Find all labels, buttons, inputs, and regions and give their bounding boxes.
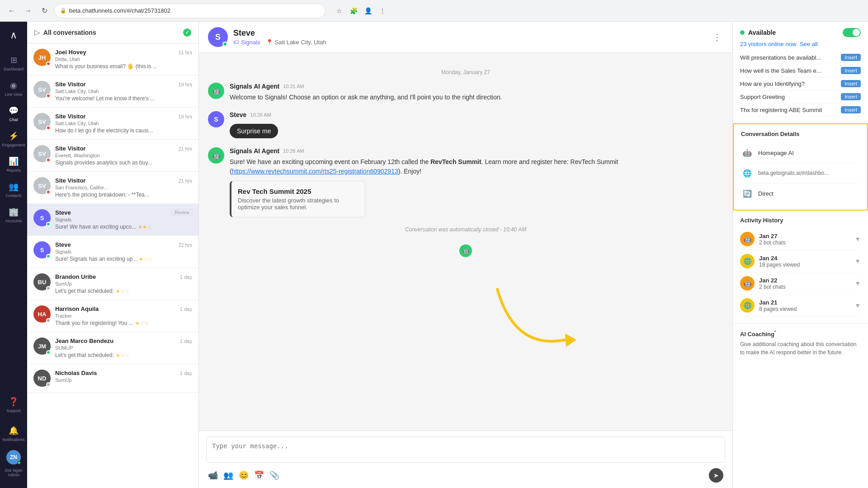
url-text: beta.chatfunnels.com/#/chat/25731802 (69, 7, 170, 14)
activity-info-jan27: Jan 27 2 bot chats (759, 233, 850, 246)
event-card-desc: Discover the latest growth strategies to… (238, 197, 359, 211)
bookmark-button[interactable]: ☆ (333, 5, 345, 17)
conv-top: Nicholas Davis 1 day (55, 370, 192, 376)
more-button[interactable]: ⋮ (376, 5, 389, 17)
conv-stars: ★★☆ (138, 224, 151, 230)
conv-item-jean-marco[interactable]: JM Jean Marco Bendezu 1 day SUMUP Let's … (27, 332, 198, 364)
calendar-button[interactable]: 📅 (254, 470, 264, 480)
chat-menu-button[interactable]: ⋮ (711, 30, 723, 44)
conv-time: 1 day (180, 371, 192, 376)
conv-time: 11 hrs (178, 50, 192, 55)
insert-button-4[interactable]: Insert (841, 93, 861, 100)
url-bar[interactable]: 🔒 beta.chatfunnels.com/#/chat/25731802 (54, 4, 326, 18)
insert-button-3[interactable]: Insert (841, 80, 861, 87)
message-button-2: Surprise me (230, 121, 723, 138)
user-avatar[interactable]: ZN (6, 450, 21, 465)
conv-name: Site Visitor (55, 81, 86, 88)
bot-status-badge: 🤖 (459, 244, 472, 257)
canned-item-5: Thx for registering ABE Summit Insert (740, 103, 861, 117)
message-block-2: S Steve 10:26 AM Surprise me (208, 111, 723, 138)
nav-item-notifications[interactable]: 🔔 Notifications (2, 421, 24, 446)
conv-top: Steve Review (55, 209, 192, 216)
status-dot (46, 350, 51, 355)
attach-button[interactable]: 📎 (269, 470, 279, 480)
app-logo[interactable]: ∧ (5, 27, 22, 43)
activity-icon-jan21: 🌐 (740, 298, 755, 313)
activity-date-jan21: Jan 21 (759, 299, 850, 306)
conv-avatar-nicholas: ND (33, 370, 51, 387)
surprise-button[interactable]: Surprise me (230, 124, 278, 138)
browser-chrome: ← → ↻ 🔒 beta.chatfunnels.com/#/chat/2573… (0, 0, 868, 22)
back-button[interactable]: ← (5, 5, 18, 17)
conv-name: Steve (55, 209, 71, 216)
user-online-indicator (17, 461, 21, 465)
canned-text-4: Support Greeting (740, 94, 837, 100)
video-button[interactable]: 📹 (208, 470, 218, 480)
chat-icon: 💬 (9, 106, 19, 116)
insert-button-1[interactable]: Insert (841, 54, 861, 61)
profile-button[interactable]: 👤 (362, 5, 374, 17)
chat-toolbar: 📹 👥 😊 📅 📎 ➤ (206, 468, 725, 483)
agent-avatar-icon-2: 🤖 (212, 152, 220, 159)
engagement-icon: ⚡ (9, 131, 19, 141)
nav-item-dashboard[interactable]: ⊞ Dashboard (0, 51, 27, 76)
conv-name: Joel Hovey (55, 49, 86, 56)
left-navigation: ∧ ⊞ Dashboard ◉ Live View 💬 Chat ⚡ Engag… (0, 22, 27, 488)
bot-name: Homepage AI (758, 150, 860, 156)
send-button[interactable]: ➤ (709, 468, 723, 483)
insert-button-5[interactable]: Insert (841, 106, 861, 113)
activity-item-jan22[interactable]: 🤖 Jan 22 2 bot chats ▼ (740, 272, 861, 295)
extension-button[interactable]: 🧩 (347, 5, 360, 17)
conv-time: 21 hrs (178, 178, 192, 183)
conv-item-site-visitor-1[interactable]: SV Site Visitor 19 hrs Salt Lake City, U… (27, 75, 198, 108)
conv-preview: Sure! Signals has an exciting up... (55, 256, 137, 262)
conv-top: Brandon Uribe 1 day (55, 273, 192, 280)
chat-messages: Monday, January 27 🤖 Signals AI Agent 10… (199, 53, 732, 431)
conv-name: Jean Marco Bendezu (55, 338, 113, 344)
available-toggle[interactable] (843, 28, 861, 37)
conv-item-joel-hovey[interactable]: JH Joel Hovey 11 hrs Delta, Utah What is… (27, 43, 198, 75)
activity-item-jan21[interactable]: 🌐 Jan 21 8 pages viewed ▼ (740, 295, 861, 317)
live-view-icon: ◉ (10, 80, 17, 90)
contact-status-dot (222, 42, 227, 47)
expand-icon[interactable]: ▷ (34, 28, 40, 37)
insert-button-2[interactable]: Insert (841, 67, 861, 74)
conv-avatar-sv4: SV (33, 177, 51, 194)
conv-item-brandon[interactable]: BU Brandon Uribe 1 day SumUp Let's get t… (27, 268, 198, 300)
conv-item-steve-2[interactable]: S Steve 22 hrs Signals Sure! Signals has… (27, 236, 198, 268)
conv-item-site-visitor-3[interactable]: SV Site Visitor 21 hrs Everett, Washingt… (27, 140, 198, 172)
contact-meta: 🏷 Signals 📍 Salt Lake City, Utah (233, 39, 705, 46)
nav-item-engagement[interactable]: ⚡ Engagement (0, 127, 27, 152)
forward-button[interactable]: → (22, 5, 34, 17)
conv-item-site-visitor-2[interactable]: SV Site Visitor 19 hrs Salt Lake City, U… (27, 108, 198, 140)
conv-item-steve-1[interactable]: S Steve Review Signals Sure! We have an … (27, 204, 198, 236)
nav-item-live-view[interactable]: ◉ Live View (0, 76, 27, 101)
conv-item-harrison[interactable]: HA Harrison Aquila 1 day Tracker Thank y… (27, 300, 198, 332)
conv-content-sv4: Site Visitor 21 hrs San Francisco, Calif… (55, 177, 192, 198)
contact-tag[interactable]: 🏷 Signals (233, 39, 260, 46)
nav-item-chat[interactable]: 💬 Chat (0, 101, 27, 127)
conv-item-nicholas[interactable]: ND Nicholas Davis 1 day SumUp (27, 364, 198, 393)
conv-item-site-visitor-4[interactable]: SV Site Visitor 21 hrs San Francisco, Ca… (27, 172, 198, 204)
conv-preview: What is your business email? 🖐 (this is … (55, 63, 192, 70)
nav-item-support[interactable]: ❓ Support (2, 392, 24, 418)
nav-item-contacts[interactable]: 👥 Contacts (0, 177, 27, 202)
reload-button[interactable]: ↻ (38, 5, 51, 17)
message-input[interactable] (206, 436, 725, 463)
notifications-label: Notifications (2, 437, 24, 442)
conv-stars: ★☆☆ (116, 288, 129, 294)
available-label: Available (748, 29, 776, 36)
activity-item-jan27[interactable]: 🤖 Jan 27 2 bot chats ▼ (740, 228, 861, 250)
conv-preview-row: Let's get that scheduled: ★☆☆ (55, 352, 192, 358)
activity-item-jan24[interactable]: 🌐 Jan 24 18 pages viewed ▼ (740, 250, 861, 272)
conv-avatar-sv2: SV (33, 113, 51, 130)
revtech-link[interactable]: https://www.revtechsummit.com/rts25-regi… (232, 168, 398, 175)
nav-item-reports[interactable]: 📊 Reports (0, 152, 27, 177)
people-button[interactable]: 👥 (223, 470, 233, 480)
canned-text-5: Thx for registering ABE Summit (740, 107, 837, 113)
nav-item-accounts[interactable]: 🏢 Accounts (0, 202, 27, 228)
tag-icon: 🏷 (233, 39, 239, 46)
activity-date-jan24: Jan 24 (759, 255, 850, 262)
emoji-button[interactable]: 😊 (239, 470, 249, 480)
conv-name: Nicholas Davis (55, 370, 97, 376)
